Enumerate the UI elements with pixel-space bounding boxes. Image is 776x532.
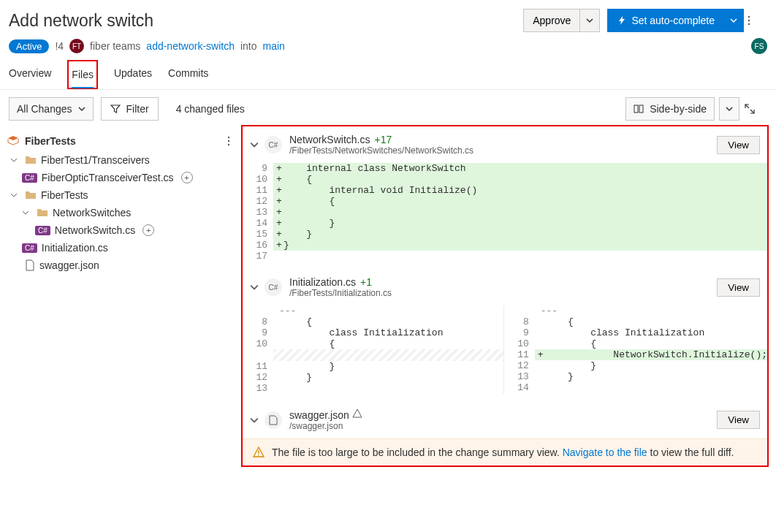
svg-rect-4 bbox=[639, 105, 643, 113]
chevron-down-icon bbox=[78, 105, 85, 113]
chevron-down-icon bbox=[250, 416, 259, 425]
csharp-icon: C# bbox=[265, 278, 282, 296]
csharp-badge: C# bbox=[22, 243, 37, 253]
chevron-down-icon bbox=[726, 105, 733, 113]
approve-button[interactable]: Approve bbox=[523, 9, 580, 32]
svg-rect-3 bbox=[634, 105, 638, 113]
chevron-down-icon bbox=[730, 17, 737, 24]
chevron-down-icon bbox=[10, 191, 18, 199]
chevron-down-icon bbox=[22, 209, 29, 216]
file-name: Initialization.cs bbox=[289, 276, 356, 288]
folder-icon bbox=[25, 155, 37, 165]
more-actions-button[interactable] bbox=[744, 15, 767, 26]
all-changes-dropdown[interactable]: All Changes bbox=[9, 97, 94, 121]
view-mode-menu[interactable] bbox=[719, 97, 739, 121]
chevron-down-icon bbox=[250, 283, 259, 292]
target-branch-link[interactable]: main bbox=[263, 40, 285, 52]
collapse-toggle[interactable] bbox=[250, 416, 265, 425]
tabs: Overview Files Updates Commits bbox=[0, 60, 776, 90]
avatar: FT bbox=[69, 39, 84, 53]
warning-icon bbox=[253, 446, 265, 458]
added-indicator: + bbox=[142, 224, 154, 236]
svg-point-2 bbox=[748, 23, 750, 26]
collapse-toggle[interactable] bbox=[250, 283, 265, 292]
tab-files[interactable]: Files bbox=[72, 61, 94, 88]
status-badge: Active bbox=[9, 39, 49, 53]
line-delta: +17 bbox=[374, 134, 392, 145]
file-icon bbox=[25, 259, 35, 271]
tree-folder[interactable]: NetworkSwitches bbox=[6, 204, 235, 221]
page-title: Add network switch bbox=[9, 11, 523, 31]
lightning-icon bbox=[617, 15, 627, 26]
chevron-down-icon bbox=[586, 17, 593, 24]
csharp-badge: C# bbox=[35, 226, 50, 235]
file-icon bbox=[265, 411, 282, 429]
csharp-badge: C# bbox=[22, 173, 37, 183]
tree-file[interactable]: swagger.json bbox=[6, 256, 235, 274]
svg-point-6 bbox=[228, 140, 229, 142]
csharp-icon: C# bbox=[265, 136, 282, 153]
svg-point-0 bbox=[748, 16, 750, 18]
tree-file[interactable]: C# NetworkSwitch.cs + bbox=[6, 221, 235, 239]
svg-point-1 bbox=[748, 20, 750, 22]
repo-name: FiberTests bbox=[25, 135, 76, 147]
set-auto-complete-button[interactable]: Set auto-complete bbox=[607, 9, 724, 32]
file-name: swagger.json bbox=[289, 409, 349, 421]
view-file-button[interactable]: View bbox=[717, 136, 760, 154]
svg-point-7 bbox=[228, 144, 229, 145]
approve-menu[interactable] bbox=[580, 9, 600, 32]
more-vertical-icon bbox=[744, 15, 754, 26]
auto-complete-menu[interactable] bbox=[724, 9, 744, 32]
expand-icon bbox=[744, 103, 756, 115]
file-tree: FiberTests FiberTest1/Transceivers C# Fi… bbox=[0, 128, 241, 467]
source-branch-link[interactable]: add-network-switch bbox=[146, 40, 235, 52]
side-by-side-icon bbox=[634, 104, 644, 114]
warning-banner: The file is too large to be included in … bbox=[243, 438, 767, 466]
collapse-toggle[interactable] bbox=[250, 140, 265, 149]
repo-icon bbox=[7, 135, 19, 147]
tree-folder[interactable]: FiberTest1/Transceivers bbox=[6, 151, 235, 169]
tab-overview[interactable]: Overview bbox=[9, 60, 51, 89]
view-file-button[interactable]: View bbox=[717, 278, 760, 297]
diff-panel: C# NetworkSwitch.cs+17 /FiberTests/Netwo… bbox=[241, 125, 769, 467]
svg-point-5 bbox=[228, 137, 229, 138]
reviewer-avatar[interactable]: FS bbox=[751, 38, 767, 54]
svg-point-9 bbox=[258, 455, 259, 456]
view-file-button[interactable]: View bbox=[717, 411, 760, 429]
into-label: into bbox=[240, 40, 257, 52]
view-mode-dropdown[interactable]: Side-by-side bbox=[625, 97, 715, 121]
pr-id: !4 bbox=[55, 40, 64, 52]
filter-button[interactable]: Filter bbox=[101, 97, 159, 121]
warning-icon bbox=[352, 408, 362, 419]
folder-icon bbox=[25, 190, 37, 200]
navigate-to-file-link[interactable]: Navigate to the file bbox=[563, 446, 647, 458]
changed-files-count: 4 changed files bbox=[176, 103, 245, 115]
chevron-down-icon bbox=[250, 140, 259, 149]
file-name: NetworkSwitch.cs bbox=[289, 134, 370, 145]
folder-icon bbox=[37, 208, 48, 218]
tree-file[interactable]: C# Initialization.cs bbox=[6, 239, 235, 256]
file-path: /swagger.json bbox=[289, 421, 362, 431]
filter-icon bbox=[110, 104, 121, 114]
tree-folder[interactable]: FiberTests bbox=[6, 186, 235, 204]
line-delta: +1 bbox=[360, 276, 372, 288]
chevron-down-icon bbox=[10, 156, 18, 164]
tab-updates[interactable]: Updates bbox=[114, 60, 152, 89]
team-name: fiber teams bbox=[90, 40, 140, 52]
file-path: /FiberTests/Initialization.cs bbox=[289, 288, 392, 298]
tab-commits[interactable]: Commits bbox=[168, 60, 208, 89]
file-path: /FiberTests/NetworkSwitches/NetworkSwitc… bbox=[289, 145, 473, 156]
tree-file[interactable]: C# FiberOpticTransceiverTest.cs + bbox=[6, 169, 235, 186]
more-vertical-icon[interactable] bbox=[224, 136, 234, 146]
added-indicator: + bbox=[181, 172, 193, 183]
fullscreen-button[interactable] bbox=[744, 103, 767, 115]
